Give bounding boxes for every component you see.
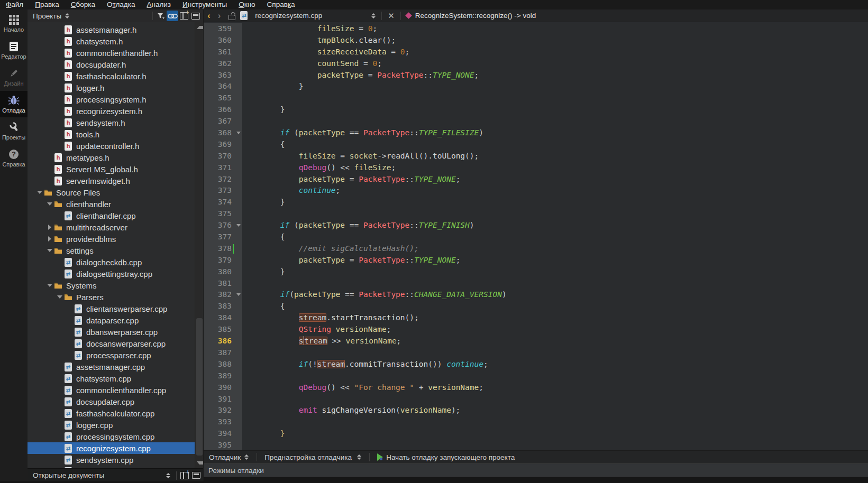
tree-item-assetsmanager.cpp[interactable]: ⇄assetsmanager.cpp: [28, 361, 195, 373]
fold-marker-icon[interactable]: [236, 224, 241, 227]
code-line[interactable]: tmpBlock.clear();: [243, 35, 868, 47]
start-debug-icon[interactable]: [377, 453, 383, 461]
tree-item-dbanswerparser.cpp[interactable]: ⇄dbanswerparser.cpp: [28, 326, 195, 338]
code-line[interactable]: }: [243, 197, 868, 208]
line-number[interactable]: 363: [204, 70, 242, 81]
line-number[interactable]: 391: [204, 394, 242, 405]
menu-item[interactable]: Инструменты: [177, 0, 233, 10]
chevron-down-icon[interactable]: [45, 202, 54, 206]
line-number[interactable]: 365: [204, 92, 242, 104]
code-line[interactable]: fileSize = 0;: [243, 23, 868, 35]
line-number[interactable]: 377: [204, 231, 242, 243]
line-number[interactable]: 382: [204, 289, 242, 301]
line-number[interactable]: 371: [204, 162, 242, 174]
collapse-panel-icon[interactable]: [190, 470, 202, 481]
code-line[interactable]: [243, 278, 868, 290]
projects-panel-title[interactable]: Проекты: [33, 12, 61, 20]
code-line[interactable]: [243, 416, 868, 428]
chevron-down-icon[interactable]: [45, 249, 54, 252]
line-number[interactable]: 361: [204, 47, 242, 58]
fold-marker-icon[interactable]: [236, 132, 241, 134]
menu-item[interactable]: Правка: [29, 0, 65, 10]
tree-item-clienthandler[interactable]: clienthandler: [28, 198, 195, 210]
tree-item-chatsystem.h[interactable]: hchatsystem.h: [28, 35, 195, 47]
code-line[interactable]: {: [243, 231, 868, 243]
tree-item-Systems[interactable]: Systems: [28, 280, 195, 291]
line-number[interactable]: 370: [204, 151, 242, 162]
tree-item-dialogsettingstray.cpp[interactable]: ⇄dialogsettingstray.cpp: [28, 268, 195, 280]
line-number[interactable]: 376: [204, 220, 242, 231]
document-combo-arrows-icon[interactable]: [371, 13, 376, 18]
code-line[interactable]: packetType = PacketType::TYPE_NONE;: [243, 255, 868, 266]
tree-item-logger.h[interactable]: hlogger.h: [28, 82, 195, 94]
menu-item[interactable]: Справка: [261, 0, 301, 10]
line-number[interactable]: 362: [204, 58, 242, 70]
line-number[interactable]: 384: [204, 312, 242, 324]
tree-item-metatypes.h[interactable]: hmetatypes.h: [28, 152, 195, 163]
code-line[interactable]: {: [243, 301, 868, 312]
tree-item-serverlmswidget.h[interactable]: hserverlmswidget.h: [28, 175, 195, 187]
code-line[interactable]: emit sigChangeVersion(versionName);: [243, 405, 868, 416]
open-docs-combo-arrows-icon[interactable]: [166, 473, 170, 478]
unlock-icon[interactable]: [229, 15, 235, 20]
tree-item-processparser.cpp[interactable]: ⇄processparser.cpp: [28, 349, 195, 361]
line-number[interactable]: 375: [204, 208, 242, 220]
menu-item[interactable]: Отладка: [101, 0, 141, 10]
code-line[interactable]: if(packetType == PacketType::CHANGE_DATA…: [243, 289, 868, 301]
tree-item-ServerLMS_global.h[interactable]: hServerLMS_global.h: [28, 163, 195, 175]
tree-item-multithreadserver[interactable]: multithreadserver: [28, 221, 195, 233]
line-number[interactable]: 386: [204, 336, 242, 347]
code-line[interactable]: if(!stream.commitTransaction()) continue…: [243, 359, 868, 370]
symbol-selector[interactable]: RecognizeSystem::recognize() -> void: [415, 12, 536, 20]
code-line[interactable]: }: [243, 81, 868, 92]
tree-item-Source Files[interactable]: Source Files: [28, 187, 195, 198]
mode-Дизайн[interactable]: Дизайн: [0, 64, 28, 90]
line-number[interactable]: 393: [204, 416, 242, 428]
chevron-down-icon[interactable]: [35, 191, 44, 194]
split-add-icon[interactable]: [178, 11, 190, 21]
code-line[interactable]: //emit sigCalculateHash();: [243, 243, 868, 255]
line-number[interactable]: 395: [204, 440, 242, 450]
tree-item-processingsystem.h[interactable]: hprocessingsystem.h: [28, 94, 195, 105]
code-line[interactable]: continue;: [243, 185, 868, 197]
line-number[interactable]: 389: [204, 370, 242, 382]
line-number[interactable]: 387: [204, 347, 242, 359]
tree-item-providerdblms[interactable]: providerdblms: [28, 233, 195, 245]
tree-item-docsanswerparser.cpp[interactable]: ⇄docsanswerparser.cpp: [28, 338, 195, 349]
line-number[interactable]: 383: [204, 301, 242, 312]
code-line[interactable]: if (packetType == PacketType::TYPE_FINIS…: [243, 220, 868, 231]
code-editor[interactable]: 3593603613623633643653663673683693703713…: [204, 22, 868, 450]
tree-item-docsupdater.h[interactable]: hdocsupdater.h: [28, 59, 195, 70]
code-line[interactable]: [243, 116, 868, 127]
code-line[interactable]: [243, 440, 868, 450]
tree-item-settings[interactable]: settings: [28, 245, 195, 256]
tree-item-dialogcheckdb.cpp[interactable]: ⇄dialogcheckdb.cpp: [28, 256, 195, 268]
line-number[interactable]: 360: [204, 35, 242, 47]
code-line[interactable]: stream.startTransaction();: [243, 312, 868, 324]
line-number[interactable]: 394: [204, 428, 242, 440]
code-line[interactable]: [243, 370, 868, 382]
code-line[interactable]: }: [243, 266, 868, 278]
mode-Проекты[interactable]: Проекты: [0, 118, 28, 144]
close-document-icon[interactable]: ✕: [384, 11, 398, 21]
tree-scrollbar[interactable]: [195, 22, 204, 468]
filter-funnel-icon[interactable]: [155, 11, 167, 21]
menu-item[interactable]: Сборка: [65, 0, 101, 10]
chevron-right-icon[interactable]: [45, 236, 54, 242]
line-number[interactable]: 364: [204, 81, 242, 92]
code-line[interactable]: qDebug() << fileSize;: [243, 162, 868, 174]
line-number[interactable]: 388: [204, 359, 242, 370]
mode-Редактор[interactable]: Редактор: [0, 37, 28, 63]
chevron-down-icon[interactable]: [45, 284, 54, 287]
line-number[interactable]: 381: [204, 278, 242, 290]
chevron-right-icon[interactable]: [45, 225, 54, 230]
line-number[interactable]: 367: [204, 116, 242, 127]
code-line[interactable]: }: [243, 104, 868, 116]
menu-item[interactable]: Файл: [0, 0, 29, 10]
tree-item-clienthandler.cpp[interactable]: ⇄clienthandler.cpp: [28, 210, 195, 221]
code-line[interactable]: fileSize = socket->readAll().toULong();: [243, 151, 868, 162]
line-number-gutter[interactable]: 3593603613623633643653663673683693703713…: [204, 23, 242, 450]
tree-item-updatecontroller.h[interactable]: hupdatecontroller.h: [28, 140, 195, 152]
nav-back-icon[interactable]: ‹: [204, 10, 214, 22]
start-debug-button[interactable]: Начать отладку запускающего проекта: [386, 453, 515, 461]
